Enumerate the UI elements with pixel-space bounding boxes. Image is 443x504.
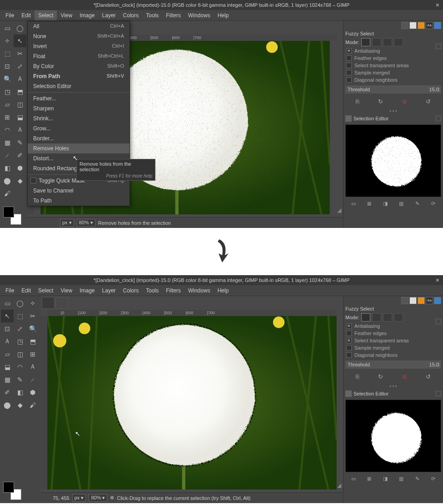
close-icon[interactable]: × — [436, 1, 439, 9]
dock-tab[interactable] — [401, 297, 408, 304]
sel-invert-icon[interactable]: ◨ — [382, 476, 389, 482]
image-tab[interactable] — [55, 297, 68, 309]
menu-edit[interactable]: Edit — [18, 10, 35, 20]
zoom-select[interactable]: 80% ▾ — [89, 494, 107, 502]
configure-tab-icon[interactable] — [436, 116, 441, 121]
dock-tab-font[interactable]: Aa — [426, 297, 433, 304]
tool-button[interactable]: 🔍 — [26, 322, 39, 335]
menu-edit[interactable]: Edit — [18, 286, 35, 296]
menu-item-feather-[interactable]: Feather... — [28, 94, 129, 104]
tool-button[interactable]: ◠ — [14, 361, 26, 373]
dock-tab[interactable] — [418, 22, 425, 29]
threshold-spinner[interactable]: ▲▼ — [438, 362, 440, 367]
dock-tab-font[interactable]: Aa — [426, 22, 433, 29]
sel-save-icon[interactable]: ▥ — [398, 201, 405, 207]
menu-item-float[interactable]: FloatShift+Ctrl+L — [28, 51, 129, 61]
fg-bg-swatch[interactable] — [3, 482, 21, 500]
menu-file[interactable]: File — [2, 10, 18, 20]
diagonal-checkbox[interactable] — [346, 77, 352, 83]
tool-button[interactable]: ◯ — [14, 297, 26, 310]
tool-button[interactable]: ◫ — [14, 348, 26, 361]
tool-button[interactable]: ◠ — [1, 124, 14, 136]
menu-help[interactable]: Help — [214, 10, 233, 20]
tool-button[interactable]: ⬒ — [26, 335, 39, 348]
menu-image[interactable]: Image — [76, 286, 98, 296]
tool-button[interactable]: ◯ — [14, 22, 26, 35]
mode-subtract-button[interactable] — [383, 38, 392, 46]
tool-button[interactable]: Ａ — [14, 124, 26, 136]
tool-button[interactable]: Ａ — [14, 73, 26, 85]
tool-button[interactable]: ✂ — [14, 47, 26, 60]
menu-file[interactable]: File — [2, 286, 18, 296]
tool-button[interactable]: 🖌 — [26, 399, 39, 411]
menu-item-invert[interactable]: InvertCtrl+I — [28, 41, 129, 51]
sel-none-icon[interactable]: ⊠ — [366, 476, 373, 482]
delete-icon[interactable]: ⊘ — [402, 373, 407, 380]
tool-button[interactable]: ⬢ — [26, 386, 39, 399]
zoom-select[interactable]: 80% ▾ — [77, 219, 95, 227]
sel-save-icon[interactable]: ▥ — [398, 476, 405, 482]
tool-button[interactable]: ✐ — [14, 149, 26, 162]
menu-layer[interactable]: Layer — [99, 10, 119, 20]
menu-filters[interactable]: Filters — [162, 286, 184, 296]
threshold-slider[interactable]: Threshold 15.0 ▲▼ — [345, 85, 441, 94]
delete-icon[interactable]: ⊘ — [402, 98, 407, 105]
tool-button[interactable]: ▱ — [1, 348, 14, 361]
tool-button[interactable]: ✐ — [1, 386, 14, 399]
diagonal-checkbox[interactable] — [346, 352, 352, 358]
menu-windows[interactable]: Windows — [184, 286, 214, 296]
restore-icon[interactable]: ↻ — [378, 98, 383, 105]
tool-button[interactable]: ↖ — [14, 35, 26, 47]
menu-select[interactable]: Select — [35, 10, 57, 20]
menu-item-by-color[interactable]: By ColorShift+O — [28, 61, 129, 71]
configure-tab-icon[interactable] — [436, 319, 441, 324]
threshold-slider[interactable]: Threshold 15.0 ▲▼ — [345, 361, 441, 369]
tool-button[interactable]: ⬤ — [1, 399, 14, 411]
tool-button[interactable]: ✎ — [14, 373, 26, 386]
tool-button[interactable]: ◧ — [1, 162, 14, 174]
unit-select[interactable]: px ▾ — [72, 494, 86, 502]
tool-button[interactable]: ⬒ — [14, 85, 26, 98]
tool-button[interactable]: Ａ — [1, 335, 14, 348]
mode-intersect-button[interactable] — [394, 38, 403, 46]
reset-icon[interactable]: ↺ — [426, 98, 431, 105]
threshold-spinner[interactable]: ▲▼ — [438, 87, 440, 92]
tool-button[interactable]: ▦ — [1, 373, 14, 386]
antialias-checkbox[interactable]: ✕ — [346, 323, 352, 329]
menu-image[interactable]: Image — [76, 10, 98, 20]
tool-button[interactable]: ⊞ — [26, 348, 39, 361]
tool-button[interactable]: ⬚ — [1, 47, 14, 60]
tool-button[interactable]: ⊡ — [1, 322, 14, 335]
sel-all-icon[interactable]: ▭ — [350, 476, 357, 482]
configure-tab-icon[interactable] — [436, 391, 441, 396]
sample-checkbox[interactable] — [346, 345, 352, 351]
configure-tab-icon[interactable] — [436, 44, 441, 49]
tool-button[interactable]: ▱ — [1, 98, 14, 111]
menu-layer[interactable]: Layer — [99, 286, 119, 296]
menu-select[interactable]: Select — [35, 286, 57, 296]
menu-view[interactable]: View — [57, 286, 76, 296]
menu-item-to-path[interactable]: To Path — [28, 196, 129, 206]
feather-checkbox[interactable] — [346, 55, 352, 61]
transparent-checkbox[interactable]: ✕ — [346, 338, 352, 343]
menu-item-remove-holes[interactable]: Remove Holes — [28, 143, 129, 153]
menu-item-from-path[interactable]: From PathShift+V — [28, 71, 129, 81]
tool-button[interactable]: ✎ — [14, 136, 26, 149]
close-icon[interactable]: × — [436, 277, 439, 284]
menu-help[interactable]: Help — [214, 286, 233, 296]
tool-button[interactable]: ▭ — [1, 22, 14, 35]
image-tab[interactable] — [42, 297, 55, 309]
tool-button[interactable]: ⬓ — [1, 361, 14, 373]
sample-checkbox[interactable] — [346, 70, 352, 75]
nav-arrow-icon[interactable]: ◢ — [337, 207, 341, 213]
menu-colors[interactable]: Colors — [119, 10, 143, 20]
tool-button[interactable]: ◳ — [1, 85, 14, 98]
menu-windows[interactable]: Windows — [184, 10, 214, 20]
fg-bg-swatch[interactable] — [3, 207, 21, 225]
menu-tools[interactable]: Tools — [142, 10, 162, 20]
tool-button[interactable]: ⟋ — [1, 149, 14, 162]
menu-item-save-to-channel[interactable]: Save to Channel — [28, 186, 129, 196]
tool-button[interactable]: ⬓ — [14, 111, 26, 124]
sel-stroke-icon[interactable]: ⟳ — [429, 476, 437, 482]
antialias-checkbox[interactable]: ✕ — [346, 48, 352, 54]
